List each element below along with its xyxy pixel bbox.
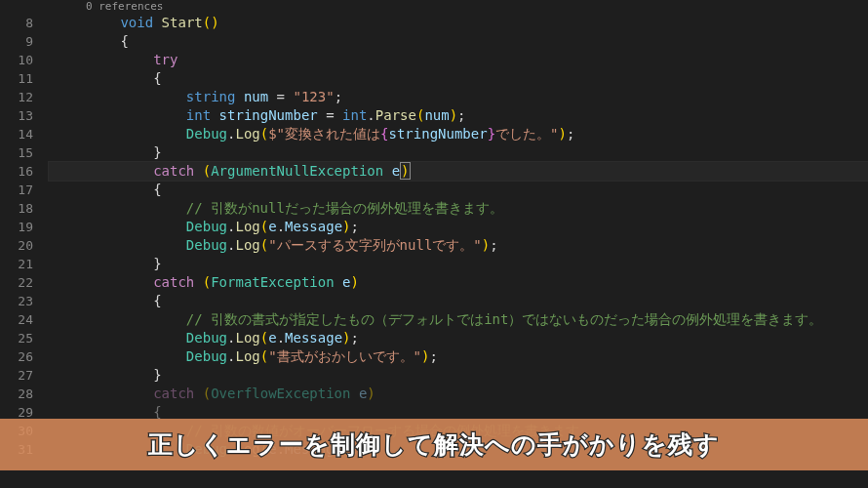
code-line[interactable]: catch (ArgumentNullException e)	[49, 162, 868, 181]
code-lens[interactable]: 0 references	[49, 0, 868, 14]
code-line[interactable]: }	[49, 143, 868, 162]
token: string	[186, 89, 236, 104]
token: {	[153, 182, 161, 197]
indent	[55, 367, 153, 383]
token: ArgumentNullException	[211, 163, 383, 179]
code-line[interactable]: {	[49, 32, 868, 51]
token: (	[260, 348, 268, 364]
token: ;	[457, 107, 465, 123]
code-line[interactable]: int stringNumber = int.Parse(num);	[49, 106, 868, 125]
line-number: 14	[0, 125, 33, 143]
token: )	[450, 107, 457, 123]
token: ;	[335, 89, 342, 104]
code-line[interactable]: }	[49, 366, 868, 385]
token: (	[260, 237, 268, 253]
token: ;	[429, 348, 437, 364]
line-number: 17	[0, 181, 33, 199]
code-line[interactable]: // 引数がnullだった場合の例外処理を書きます。	[49, 199, 868, 218]
indent	[55, 200, 186, 216]
token: ()	[203, 15, 219, 30]
token: }	[153, 367, 161, 383]
code-line[interactable]: catch (OverflowException e)	[49, 385, 868, 403]
line-number: 26	[0, 347, 33, 366]
indent	[55, 89, 186, 104]
token: }	[488, 126, 495, 142]
token: {	[153, 70, 161, 86]
token: (	[260, 219, 268, 234]
line-number: 11	[0, 69, 33, 88]
token: $"変換された値は	[268, 126, 380, 142]
token	[235, 89, 243, 104]
token: catch	[153, 274, 194, 290]
code-line[interactable]: Debug.Log($"変換された値は{stringNumber}でした。");	[49, 125, 868, 143]
token: Log	[235, 126, 259, 142]
token: }	[153, 144, 161, 160]
token: (	[203, 274, 211, 290]
token: (	[203, 163, 211, 179]
line-number: 12	[0, 88, 33, 106]
token: Debug	[186, 237, 227, 253]
code-area[interactable]: 0 references void Start() { try { string…	[49, 0, 868, 488]
token: )	[351, 274, 359, 290]
token: "パースする文字列がnullです。"	[268, 237, 482, 253]
token	[194, 386, 202, 401]
code-line[interactable]: }	[49, 255, 868, 273]
line-number: 16	[0, 162, 33, 181]
code-line[interactable]: Debug.Log(e.Message);	[49, 218, 868, 236]
line-number: 22	[0, 273, 33, 292]
token: )	[367, 386, 375, 401]
code-editor[interactable]: 8910111213141516171819202122232425262728…	[0, 0, 868, 488]
line-number: 25	[0, 329, 33, 347]
code-line[interactable]: string num = "123";	[49, 88, 868, 106]
indent	[55, 33, 120, 49]
indent	[55, 330, 186, 346]
token: e	[392, 163, 400, 179]
code-line[interactable]: Debug.Log(e.Message);	[49, 329, 868, 347]
token: catch	[153, 386, 194, 401]
line-number: 23	[0, 292, 33, 310]
code-line[interactable]: {	[49, 181, 868, 199]
indent	[55, 70, 153, 86]
code-line[interactable]: void Start()	[49, 14, 868, 32]
token: Log	[235, 219, 259, 234]
token	[335, 274, 342, 290]
line-number: 13	[0, 106, 33, 125]
indent	[55, 182, 153, 197]
indent	[55, 386, 153, 401]
token: )	[400, 162, 410, 180]
token	[194, 274, 202, 290]
token: .	[277, 219, 285, 234]
code-line[interactable]: {	[49, 69, 868, 88]
code-line[interactable]: {	[49, 292, 868, 310]
token: .	[277, 330, 285, 346]
code-line[interactable]: try	[49, 51, 868, 69]
token	[211, 107, 218, 123]
code-line[interactable]: catch (FormatException e)	[49, 273, 868, 292]
line-number: 19	[0, 218, 33, 236]
code-line[interactable]: Debug.Log("書式がおかしいです。");	[49, 347, 868, 366]
token: // 引数の書式が指定したもの（デフォルトではint）ではないものだった場合の例…	[186, 311, 823, 327]
line-number: 27	[0, 366, 33, 385]
token: e	[268, 330, 276, 346]
indent	[55, 126, 186, 142]
token: "123"	[293, 89, 334, 104]
token: // 引数がnullだった場合の例外処理を書きます。	[186, 200, 503, 216]
token: num	[424, 107, 449, 123]
token: Message	[285, 219, 342, 234]
indent	[55, 219, 186, 234]
token: {	[153, 293, 161, 308]
line-number: 8	[0, 14, 33, 32]
token: Start	[162, 15, 203, 30]
token: stringNumber	[388, 126, 487, 142]
code-line[interactable]: // 引数の書式が指定したもの（デフォルトではint）ではないものだった場合の例…	[49, 310, 868, 329]
token	[194, 163, 202, 179]
token: )	[482, 237, 490, 253]
token: Debug	[186, 126, 227, 142]
token: int	[186, 107, 211, 123]
line-number-gutter: 8910111213141516171819202122232425262728…	[0, 0, 49, 488]
token: Parse	[375, 107, 416, 123]
token: num	[244, 89, 268, 104]
code-line[interactable]: Debug.Log("パースする文字列がnullです。");	[49, 236, 868, 255]
line-number: 21	[0, 255, 33, 273]
token: Log	[235, 348, 259, 364]
